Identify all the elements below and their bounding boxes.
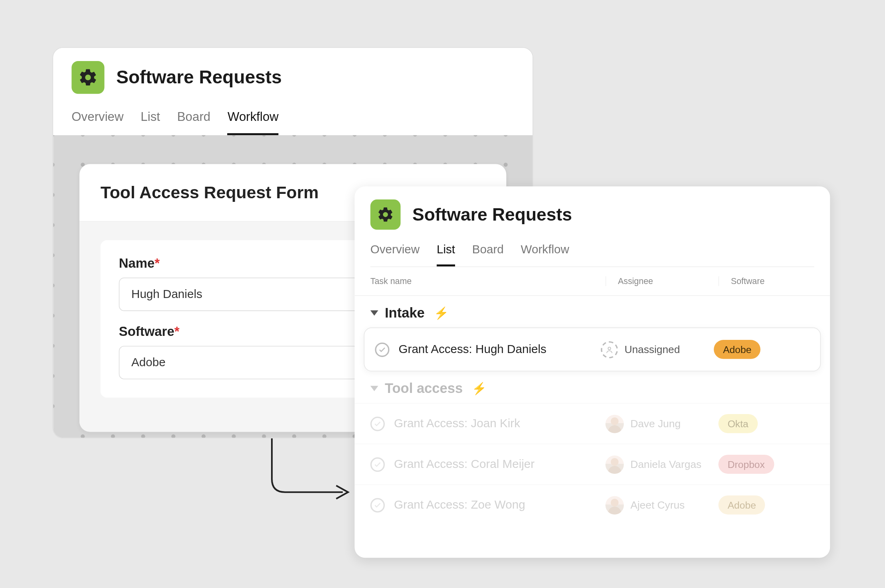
project-icon <box>71 61 104 94</box>
tab-workflow[interactable]: Workflow <box>521 243 569 266</box>
avatar[interactable] <box>606 496 624 514</box>
task-row-highlight[interactable]: Grant Access: Hugh Daniels Unassigned Ad… <box>364 328 821 371</box>
required-indicator: * <box>174 324 180 339</box>
gear-icon <box>377 206 394 223</box>
avatar[interactable] <box>606 414 624 433</box>
person-icon <box>606 345 614 353</box>
assignee-name: Ajeet Cyrus <box>630 499 685 511</box>
check-icon <box>374 460 382 468</box>
tabs-front: Overview List Board Workflow <box>370 243 814 267</box>
task-row[interactable]: Grant Access: Coral MeijerDaniela Vargas… <box>354 444 830 484</box>
software-pill[interactable]: Adobe <box>714 340 760 359</box>
column-header-task[interactable]: Task name <box>370 276 606 286</box>
complete-checkbox[interactable] <box>370 457 385 472</box>
assignee-name: Daniela Vargas <box>630 458 701 470</box>
unassigned-icon[interactable] <box>601 341 618 358</box>
bolt-icon: ⚡ <box>434 306 448 320</box>
tab-list[interactable]: List <box>141 110 160 135</box>
avatar[interactable] <box>606 455 624 474</box>
table-header: Task name Assignee Software <box>354 267 830 296</box>
section-header-intake[interactable]: Intake ⚡ <box>354 296 830 328</box>
software-pill[interactable]: Okta <box>719 414 758 433</box>
list-panel: Software Requests Overview List Board Wo… <box>354 186 830 558</box>
check-icon <box>374 420 382 428</box>
check-icon <box>378 345 386 353</box>
tab-workflow[interactable]: Workflow <box>228 110 279 135</box>
caret-down-icon <box>370 310 378 316</box>
task-name: Grant Access: Coral Meijer <box>394 458 535 472</box>
project-title: Software Requests <box>412 204 572 225</box>
tab-overview[interactable]: Overview <box>71 110 123 135</box>
assignee-name: Dave Jung <box>630 418 681 430</box>
connector-arrow-icon <box>265 438 357 511</box>
column-header-software[interactable]: Software <box>719 276 814 286</box>
project-title: Software Requests <box>116 67 282 88</box>
complete-checkbox[interactable] <box>370 498 385 512</box>
task-name: Grant Access: Hugh Daniels <box>399 343 546 357</box>
tab-overview[interactable]: Overview <box>370 243 420 266</box>
gear-icon <box>78 67 98 87</box>
tab-board[interactable]: Board <box>472 243 504 266</box>
tabs-back: Overview List Board Workflow <box>71 110 514 135</box>
software-pill[interactable]: Adobe <box>719 495 765 515</box>
task-name: Grant Access: Zoe Wong <box>394 498 525 512</box>
project-icon <box>370 199 401 230</box>
svg-point-0 <box>608 347 611 349</box>
task-row[interactable]: Grant Access: Joan KirkDave JungOkta <box>354 403 830 444</box>
check-icon <box>374 501 382 509</box>
complete-checkbox[interactable] <box>375 342 389 357</box>
assignee-name: Unassigned <box>624 343 680 355</box>
tab-board[interactable]: Board <box>177 110 210 135</box>
task-name: Grant Access: Joan Kirk <box>394 417 520 431</box>
complete-checkbox[interactable] <box>370 416 385 431</box>
task-row[interactable]: Grant Access: Zoe WongAjeet CyrusAdobe <box>354 484 830 525</box>
section-header-tool-access[interactable]: Tool access ⚡ <box>354 371 830 403</box>
caret-down-icon <box>370 386 378 391</box>
bolt-icon: ⚡ <box>472 381 486 396</box>
software-pill[interactable]: Dropbox <box>719 455 774 474</box>
tab-list[interactable]: List <box>437 243 455 266</box>
column-header-assignee[interactable]: Assignee <box>606 276 719 286</box>
required-indicator: * <box>154 256 160 270</box>
